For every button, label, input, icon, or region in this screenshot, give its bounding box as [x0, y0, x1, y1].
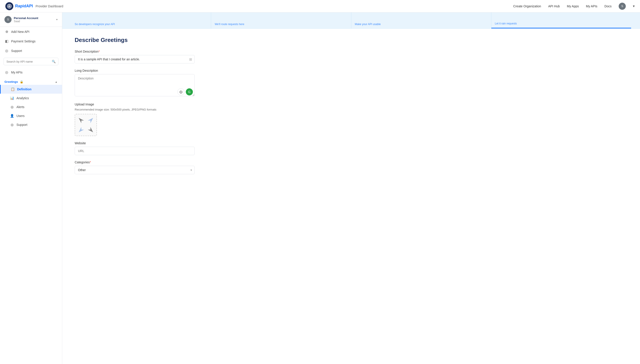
placeholder-tr [86, 116, 95, 125]
payment-label: Payment Settings [11, 40, 36, 43]
step-4-sub: Let it rain requests [495, 22, 517, 25]
definition-label: Definition [17, 88, 32, 91]
nav-api-hub[interactable]: API Hub [548, 4, 560, 8]
users-icon: 👤 [10, 114, 14, 118]
categories-group: Categories* Other Business Data Finance … [75, 160, 627, 174]
short-description-label: Short Description* [75, 50, 627, 53]
logo-text: RapidAPI [15, 4, 33, 8]
greetings-section[interactable]: Greetings 🔒 ▲ [0, 77, 62, 85]
wizard-step-1[interactable]: So developers recognize your API [71, 12, 211, 28]
categories-select[interactable]: Other Business Data Finance Social [75, 166, 195, 174]
sidebar-item-analytics[interactable]: 📊 Analytics [0, 94, 62, 102]
greetings-collapse-icon: ▲ [55, 80, 58, 84]
grammarly-button[interactable]: G [186, 88, 193, 96]
website-input[interactable] [75, 147, 195, 155]
analytics-icon: 📊 [10, 96, 14, 100]
short-description-input[interactable] [75, 55, 195, 64]
analytics-label: Analytics [17, 96, 29, 100]
long-description-wrapper: ⏻ G [75, 74, 195, 97]
support-top-icon: ◎ [5, 48, 9, 53]
alerts-label: Alerts [17, 105, 25, 109]
avatar-chevron[interactable]: ▾ [633, 4, 635, 8]
sidebar-item-my-apis[interactable]: ◎ My APIs [0, 68, 62, 77]
categories-label: Categories* [75, 160, 627, 164]
logo-area: RapidAPI Provider Dashboard [5, 2, 63, 10]
definition-icon: 📋 [11, 87, 15, 91]
website-group: Website [75, 142, 627, 155]
form-title: Describe Greetings [75, 36, 627, 44]
payment-icon: ◧ [5, 39, 9, 43]
placeholder-bl [77, 125, 86, 134]
api-search[interactable]: 🔍 [4, 58, 59, 65]
upload-image-label: Upload Image [75, 102, 627, 106]
upload-image-group: Upload Image Recommended image size: 500… [75, 102, 627, 136]
wizard-step-2[interactable]: We'll route requests here [211, 12, 351, 28]
textarea-actions: ⏻ G [177, 88, 193, 96]
main-content: So developers recognize your API We'll r… [62, 12, 640, 364]
image-upload-box[interactable] [75, 114, 97, 136]
account-selector[interactable]: S Personal Account Saad ▾ [0, 12, 62, 27]
sidebar-item-support[interactable]: ◎ Support [0, 120, 62, 129]
add-api-icon: ⊕ [5, 30, 9, 34]
account-name: Personal Account [14, 16, 38, 20]
step-1-sub: So developers recognize your API [75, 23, 115, 26]
svg-marker-3 [88, 118, 93, 123]
top-navigation: RapidAPI Provider Dashboard Create Organ… [0, 0, 640, 12]
account-chevron-icon: ▾ [56, 18, 58, 21]
support-icon: ◎ [10, 123, 14, 127]
users-label: Users [17, 114, 25, 118]
nav-my-apis[interactable]: My APIs [586, 4, 597, 8]
logo-icon [5, 2, 13, 10]
support-top-label: Support [11, 49, 22, 52]
lock-icon: 🔒 [20, 80, 23, 84]
description-icon: ⊞ [189, 57, 192, 62]
sidebar-item-definition[interactable]: 📋 Definition [0, 85, 62, 94]
search-icon: 🔍 [52, 60, 56, 63]
svg-marker-5 [88, 127, 93, 132]
account-details: Personal Account Saad [14, 16, 38, 23]
my-apis-icon: ◎ [5, 70, 9, 74]
long-description-textarea[interactable] [75, 74, 195, 96]
greetings-label-left: Greetings 🔒 [5, 80, 23, 84]
my-apis-label: My APIs [11, 70, 23, 74]
step-2-sub: We'll route requests here [215, 23, 244, 26]
nav-my-apps[interactable]: My Apps [567, 4, 579, 8]
wizard-steps: So developers recognize your API We'll r… [71, 12, 631, 28]
wizard-step-3[interactable]: Make your API usable [351, 12, 491, 28]
power-button[interactable]: ⏻ [177, 88, 184, 96]
wizard-step-4[interactable]: Let it rain requests [491, 12, 631, 28]
svg-marker-4 [79, 127, 84, 132]
alerts-icon: ◎ [10, 105, 14, 109]
short-description-group: Short Description* ⊞ [75, 50, 627, 64]
step-3-sub: Make your API usable [355, 23, 381, 26]
account-info: S Personal Account Saad [5, 16, 38, 23]
categories-wrapper: Other Business Data Finance Social ▾ [75, 166, 195, 174]
sidebar-item-support-top[interactable]: ◎ Support [0, 46, 62, 56]
long-description-label: Long Description [75, 69, 627, 72]
app-layout: S Personal Account Saad ▾ ⊕ Add New API … [0, 12, 640, 364]
add-api-label: Add New API [11, 30, 30, 34]
nav-create-org[interactable]: Create Organization [513, 4, 541, 8]
sidebar-item-users[interactable]: 👤 Users [0, 112, 62, 120]
sidebar-item-payment[interactable]: ◧ Payment Settings [0, 36, 62, 46]
long-description-group: Long Description ⏻ G [75, 69, 627, 97]
placeholder-tl [77, 116, 86, 125]
sidebar-item-add-api[interactable]: ⊕ Add New API [0, 27, 62, 36]
short-description-wrapper: ⊞ [75, 55, 195, 64]
nav-links: Create Organization API Hub My Apps My A… [513, 3, 635, 10]
sidebar: S Personal Account Saad ▾ ⊕ Add New API … [0, 12, 62, 364]
website-label: Website [75, 142, 627, 145]
wizard-banner: So developers recognize your API We'll r… [62, 12, 640, 29]
logo-subtitle: Provider Dashboard [36, 4, 63, 8]
svg-marker-2 [79, 118, 84, 123]
search-input[interactable] [7, 60, 50, 63]
greetings-label: Greetings [5, 80, 18, 84]
account-sub: Saad [14, 20, 38, 23]
nav-docs[interactable]: Docs [604, 4, 611, 8]
support-label: Support [17, 123, 27, 126]
image-placeholder [77, 116, 95, 134]
sidebar-item-alerts[interactable]: ◎ Alerts [0, 102, 62, 112]
user-avatar[interactable]: S [619, 3, 626, 10]
placeholder-br [86, 125, 95, 134]
upload-image-hint: Recommended image size: 500x500 pixels, … [75, 108, 627, 111]
